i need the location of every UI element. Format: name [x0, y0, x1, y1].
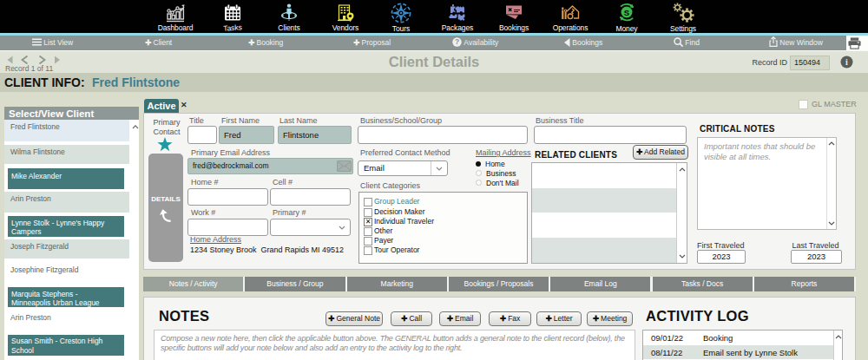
svg-text:i: i	[845, 57, 848, 67]
svg-text:?: ?	[455, 37, 459, 46]
svg-text:S: S	[624, 8, 629, 17]
